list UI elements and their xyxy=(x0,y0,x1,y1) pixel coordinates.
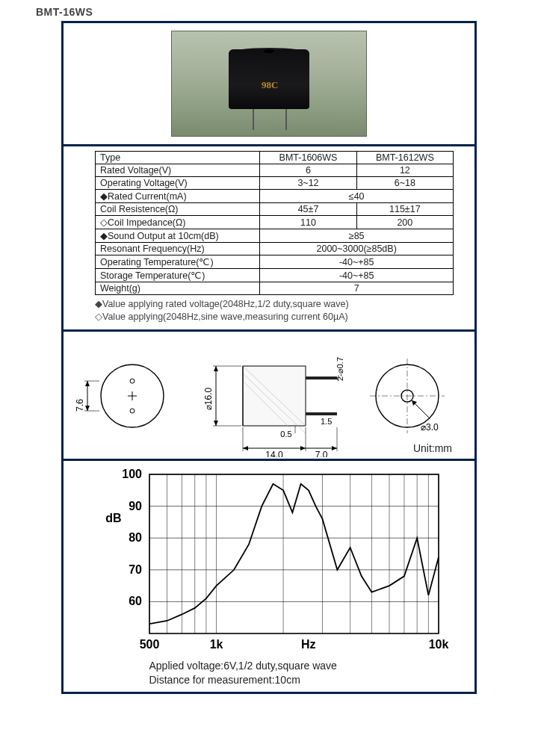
svg-point-2 xyxy=(130,409,134,413)
photo-section: 98C xyxy=(64,23,474,146)
spec-table: TypeBMT-1606WSBMT-1612WSRated Voltage(V)… xyxy=(95,151,454,295)
svg-text:90: 90 xyxy=(129,499,142,512)
svg-marker-7 xyxy=(85,406,90,411)
svg-text:70: 70 xyxy=(129,563,142,576)
dimension-drawing: 7.6 ⌀16.0 xyxy=(71,338,467,457)
spec-notes: ◆Value applying rated voltage(2048Hz,1/2… xyxy=(95,298,470,323)
svg-text:⌀3.0: ⌀3.0 xyxy=(421,422,439,433)
table-row: ◆Sound Output at 10cm(dB)≥85 xyxy=(96,229,454,243)
unit-label: Unit:mm xyxy=(413,442,452,454)
svg-text:dB: dB xyxy=(105,512,121,524)
svg-marker-26 xyxy=(300,446,306,450)
svg-text:60: 60 xyxy=(129,595,142,607)
table-row: ◆Rated Current(mA)≤40 xyxy=(96,190,454,203)
frequency-response-chart: 60708090100dB5001k10kHz xyxy=(81,465,458,656)
svg-marker-6 xyxy=(85,381,90,386)
svg-rect-15 xyxy=(306,377,337,379)
svg-text:⌀16.0: ⌀16.0 xyxy=(203,387,214,410)
svg-text:0.5: 0.5 xyxy=(280,430,291,439)
drawing-section: 7.6 ⌀16.0 xyxy=(64,332,474,461)
page-title: BMT-16WS xyxy=(36,6,538,18)
svg-text:1.5: 1.5 xyxy=(321,417,332,426)
table-row: Rated Voltage(V)612 xyxy=(96,164,454,177)
datasheet-frame: 98C TypeBMT-1606WSBMT-1612WSRated Voltag… xyxy=(61,21,477,694)
svg-text:Hz: Hz xyxy=(301,638,316,651)
svg-text:2-⌀0.7: 2-⌀0.7 xyxy=(336,357,344,381)
svg-rect-16 xyxy=(306,412,337,415)
svg-marker-19 xyxy=(214,366,218,371)
table-row: Coil Resistence(Ω)45±7115±17 xyxy=(96,203,454,216)
product-photo: 98C xyxy=(171,31,367,137)
svg-marker-20 xyxy=(214,421,218,426)
chart-caption: Applied voltage:6V,1/2 duty,square waveD… xyxy=(149,659,458,687)
svg-text:1k: 1k xyxy=(209,638,223,651)
svg-marker-25 xyxy=(243,446,248,450)
svg-text:100: 100 xyxy=(122,468,142,480)
spec-section: TypeBMT-1606WSBMT-1612WSRated Voltage(V)… xyxy=(64,146,474,332)
svg-text:7.6: 7.6 xyxy=(75,398,85,411)
table-row: Operating Voltage(V)3~126~18 xyxy=(96,177,454,190)
table-row: Weight(g)7 xyxy=(96,282,454,295)
svg-text:80: 80 xyxy=(129,531,142,544)
product-marking: 98C xyxy=(262,79,278,91)
table-row: Storage Temperature(℃)-40~+85 xyxy=(96,269,454,282)
svg-marker-31 xyxy=(332,446,337,450)
table-row: ◇Coil Impedance(Ω)110200 xyxy=(96,216,454,229)
svg-text:500: 500 xyxy=(139,638,159,651)
chart-section: 60708090100dB5001k10kHz Applied voltage:… xyxy=(64,461,474,692)
svg-text:10k: 10k xyxy=(428,638,448,651)
table-row: Resonant Frequency(Hz)2000~3000(≥85dB) xyxy=(96,243,454,255)
svg-point-1 xyxy=(130,379,134,383)
svg-text:7.0: 7.0 xyxy=(315,450,328,457)
svg-text:14.0: 14.0 xyxy=(265,450,283,457)
table-row: Operating Temperature(℃)-40~+85 xyxy=(96,255,454,269)
